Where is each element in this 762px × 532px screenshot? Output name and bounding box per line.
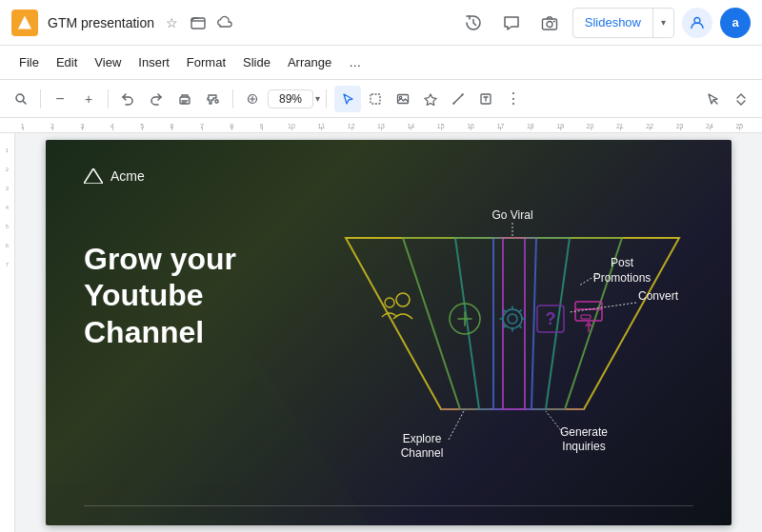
side-tick-6: 6	[0, 236, 14, 255]
text-box-button[interactable]	[472, 86, 499, 112]
app-icon	[11, 10, 38, 36]
print-button[interactable]	[171, 86, 198, 112]
zoom-level[interactable]: 89%	[268, 89, 313, 108]
post-promotions-label: Post	[611, 256, 634, 269]
slideshow-main-button[interactable]: Slideshow	[573, 9, 653, 37]
more-tools-button[interactable]: ⋮	[500, 86, 527, 112]
undo-button[interactable]	[114, 86, 141, 112]
menu-slide[interactable]: Slide	[235, 51, 278, 73]
svg-point-13	[462, 93, 464, 95]
canvas-area[interactable]: 1 2 3 4 5 6 7 Acme	[0, 133, 762, 532]
funnel-diagram: ? Go Viral Post	[308, 190, 717, 476]
zoom-out-button[interactable]: −	[47, 86, 73, 112]
svg-text:Inquiries: Inquiries	[562, 440, 605, 453]
slideshow-button[interactable]: Slideshow ▾	[572, 8, 674, 38]
separator-3	[232, 89, 233, 108]
slide[interactable]: Acme Grow your Youtube Channel	[46, 140, 732, 525]
zoom-in-button[interactable]: +	[75, 86, 102, 112]
svg-line-34	[504, 325, 506, 327]
menu-more[interactable]: …	[341, 51, 369, 73]
svg-rect-40	[581, 315, 591, 319]
image-tool-button[interactable]	[390, 86, 416, 112]
shape-tool-button[interactable]	[417, 86, 444, 112]
star-icon[interactable]: ☆	[162, 13, 181, 32]
slideshow-dropdown-button[interactable]: ▾	[653, 9, 673, 37]
svg-line-45	[570, 303, 636, 312]
slide-right-content: ? Go Viral Post	[293, 140, 732, 525]
ruler-tick-11: 11	[307, 122, 336, 130]
ruler-tick-12: 12	[336, 122, 366, 130]
comment-icon[interactable]	[496, 8, 527, 38]
ruler-tick-9: 9	[247, 122, 276, 130]
search-tool-button[interactable]	[8, 86, 34, 112]
svg-rect-9	[371, 94, 380, 104]
ruler-tick-7: 7	[187, 122, 216, 130]
svg-point-2	[547, 21, 552, 27]
selection-tool-button[interactable]	[362, 86, 389, 112]
svg-point-4	[16, 94, 24, 102]
ruler-tick-4: 4	[97, 122, 127, 130]
paint-format-button[interactable]	[200, 86, 227, 112]
people-icon	[382, 293, 412, 319]
user-avatar[interactable]: a	[720, 8, 751, 38]
svg-point-27	[508, 314, 517, 324]
slide-wrapper[interactable]: Acme Grow your Youtube Channel	[46, 140, 732, 525]
cloud-save-icon[interactable]	[215, 13, 234, 32]
svg-rect-10	[398, 94, 409, 103]
zoom-dropdown-arrow[interactable]: ▾	[315, 93, 320, 104]
redo-button[interactable]	[143, 86, 170, 112]
ruler-tick-24: 24	[694, 122, 724, 130]
cursor-tool-button[interactable]	[334, 86, 361, 112]
drive-folder-icon[interactable]	[189, 13, 208, 32]
toolbar-end	[699, 86, 754, 112]
pointer-mode-button[interactable]	[699, 86, 726, 112]
share-avatar-icon[interactable]	[682, 8, 712, 38]
svg-line-32	[504, 309, 506, 311]
svg-rect-1	[542, 19, 556, 30]
ruler-tick-25: 25	[725, 122, 754, 130]
svg-text:Channel: Channel	[401, 446, 444, 460]
svg-point-12	[453, 102, 455, 104]
ruler-tick-21: 21	[605, 122, 634, 130]
side-tick-7: 7	[0, 255, 14, 274]
svg-line-47	[449, 409, 465, 440]
slide-divider	[84, 505, 693, 506]
explore-channel-label: Explore	[403, 432, 442, 445]
menu-view[interactable]: View	[87, 51, 129, 73]
convert-label: Convert	[638, 289, 679, 303]
separator-2	[108, 89, 109, 108]
generate-inquiries-label: Generate	[560, 425, 608, 439]
svg-text:?: ?	[546, 309, 556, 328]
menu-bar: File Edit View Insert Format Slide Arran…	[0, 46, 762, 80]
side-tick-4: 4	[0, 198, 14, 217]
history-icon[interactable]	[458, 8, 489, 38]
go-viral-label: Go Viral	[491, 208, 532, 222]
camera-icon[interactable]	[534, 8, 565, 38]
ruler-tick-1: 1	[8, 122, 37, 130]
drawing-tools: ⋮	[334, 86, 527, 112]
ruler-tick-18: 18	[515, 122, 545, 130]
svg-line-35	[519, 309, 521, 311]
toolbar: − + 89% ▾	[0, 80, 762, 118]
horizontal-ruler: 1 2 3 4 5 6 7 8 9 10 11 12 13 14 15 16 1…	[0, 118, 762, 133]
zoom-percentage-button[interactable]	[239, 86, 266, 112]
ruler-tick-6: 6	[157, 122, 187, 130]
menu-file[interactable]: File	[11, 51, 47, 73]
ruler-tick-8: 8	[217, 122, 247, 130]
side-tick-1: 1	[0, 141, 14, 160]
svg-point-22	[385, 298, 394, 307]
ruler-tick-10: 10	[276, 122, 306, 130]
svg-rect-7	[215, 100, 218, 103]
vertical-ruler: 1 2 3 4 5 6 7	[0, 133, 15, 532]
ruler-tick-14: 14	[396, 122, 426, 130]
menu-format[interactable]: Format	[179, 51, 233, 73]
separator-4	[326, 89, 327, 108]
title-bar: GTM presentation ☆ Slideshow ▾ a	[0, 0, 762, 46]
line-tool-button[interactable]	[445, 86, 471, 112]
menu-edit[interactable]: Edit	[49, 51, 85, 73]
side-tick-5: 5	[0, 217, 14, 236]
menu-arrange[interactable]: Arrange	[280, 51, 339, 73]
collapse-toolbar-button[interactable]	[728, 86, 754, 112]
menu-insert[interactable]: Insert	[130, 51, 177, 73]
document-title[interactable]: GTM presentation	[48, 15, 154, 30]
